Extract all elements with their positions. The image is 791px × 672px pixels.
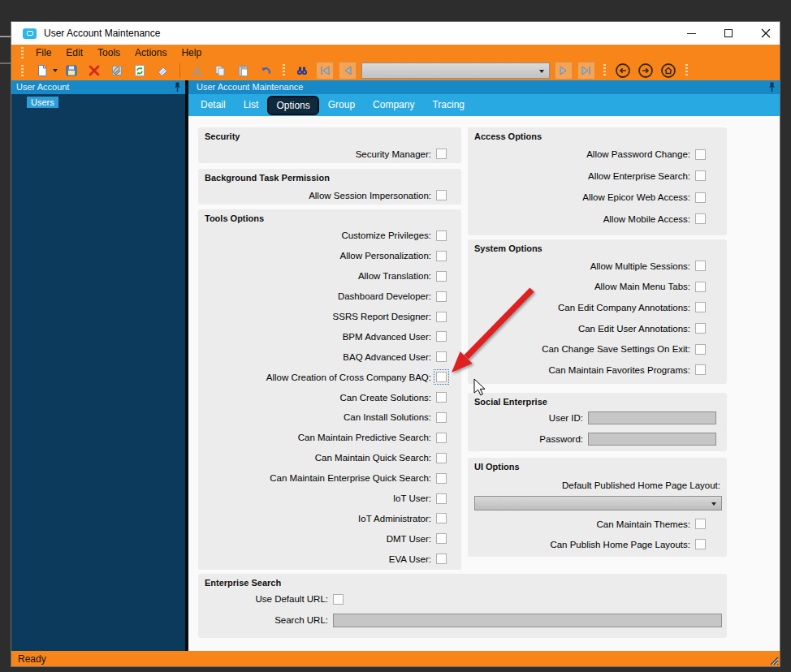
menu-item-edit[interactable]: Edit: [58, 45, 90, 61]
cut-button[interactable]: [188, 62, 206, 80]
can-maintain-themes-checkbox[interactable]: [695, 519, 706, 529]
section-system-options: System Options Allow Multiple Sessions:A…: [468, 239, 727, 384]
allow-mobile-access-checkbox[interactable]: [695, 213, 706, 224]
tab-tracing[interactable]: Tracing: [423, 94, 473, 116]
search-url-input[interactable]: [333, 614, 722, 627]
can-edit-user-annotations-checkbox[interactable]: [695, 323, 706, 334]
allow-mobile-access-label: Allow Mobile Access:: [603, 214, 690, 224]
paste-icon: [236, 64, 249, 77]
can-maintain-enterprise-quick-search-checkbox[interactable]: [436, 473, 447, 484]
tab-detail[interactable]: Detail: [192, 94, 235, 116]
default-published-home-page-layout-dropdown[interactable]: [474, 496, 722, 510]
security-manager-checkbox[interactable]: [436, 149, 447, 159]
can-change-save-settings-on-exit-checkbox[interactable]: [695, 344, 706, 355]
combobox-dropdown-icon: [539, 70, 544, 73]
section-title: Enterprise Search: [198, 574, 727, 588]
undo-button[interactable]: [257, 62, 274, 80]
allow-epicor-web-access-checkbox[interactable]: [695, 192, 706, 203]
tab-group[interactable]: Group: [319, 94, 364, 116]
ssrs-report-designer-checkbox[interactable]: [436, 312, 447, 322]
can-maintain-enterprise-quick-search-label: Can Maintain Enterprise Quick Search:: [270, 473, 431, 483]
clear-button[interactable]: [153, 62, 171, 80]
tab-strip: DetailListOptionsGroupCompanyTracing: [188, 94, 780, 116]
customize-privileges-checkbox[interactable]: [436, 230, 447, 241]
paste-button[interactable]: [234, 62, 252, 80]
main-panel-header: User Account Maintenance: [188, 80, 780, 94]
new-dropdown-icon[interactable]: [53, 69, 58, 72]
copy-button[interactable]: [211, 62, 229, 80]
bpm-advanced-user-checkbox[interactable]: [436, 331, 447, 342]
tab-company[interactable]: Company: [364, 94, 423, 116]
menu-item-tools[interactable]: Tools: [90, 45, 128, 61]
can-maintain-quick-search-checkbox[interactable]: [436, 453, 447, 463]
toolbar-gripper[interactable]: [283, 64, 285, 77]
menu-bar: FileEditToolsActionsHelp: [11, 45, 780, 61]
last-record-button[interactable]: [577, 62, 595, 80]
allow-creation-of-cross-company-baq-checkbox[interactable]: [436, 372, 447, 382]
minimize-button[interactable]: [684, 25, 698, 41]
tree-panel: Users: [11, 94, 185, 651]
allow-enterprise-search-checkbox[interactable]: [695, 170, 706, 181]
pin-icon[interactable]: [768, 82, 776, 93]
search-button[interactable]: [293, 62, 311, 80]
field-row: IoT User:: [198, 489, 461, 509]
pin-icon[interactable]: [174, 82, 181, 93]
tree-item-users[interactable]: Users: [27, 97, 58, 108]
iot-administrator-checkbox[interactable]: [436, 513, 447, 523]
allow-session-impersonation-checkbox[interactable]: [436, 190, 447, 200]
field-row: SSRS Report Designer:: [198, 307, 461, 327]
attachments-button[interactable]: [108, 62, 126, 80]
maximize-button[interactable]: [721, 25, 736, 41]
menu-item-help[interactable]: Help: [174, 45, 209, 61]
field-row: Can Publish Home Page Layouts:: [468, 534, 727, 554]
toolbar-gripper[interactable]: [603, 64, 606, 77]
password-input[interactable]: [588, 433, 716, 446]
dashboard-developer-label: Dashboard Developer:: [338, 291, 431, 301]
can-publish-home-page-layouts-checkbox[interactable]: [695, 539, 706, 549]
allow-main-menu-tabs-checkbox[interactable]: [695, 282, 706, 292]
options-tab-content: Security Security Manager: Background Ta…: [188, 116, 780, 651]
menu-item-actions[interactable]: Actions: [128, 45, 174, 61]
allow-personalization-checkbox[interactable]: [436, 251, 447, 261]
field-row: Can Maintain Enterprise Quick Search:: [198, 468, 461, 489]
allow-multiple-sessions-checkbox[interactable]: [695, 261, 706, 271]
toolbar-gripper[interactable]: [21, 65, 24, 76]
can-edit-company-annotations-checkbox[interactable]: [695, 302, 706, 312]
menu-gripper[interactable]: [21, 47, 24, 58]
can-maintain-predictive-search-checkbox[interactable]: [436, 433, 447, 443]
can-create-solutions-checkbox[interactable]: [436, 392, 447, 403]
resize-grip[interactable]: [767, 654, 779, 666]
field-row: Use Default URL:: [198, 588, 727, 610]
allow-password-change-checkbox[interactable]: [695, 149, 706, 160]
tab-list[interactable]: List: [235, 94, 268, 116]
back-button[interactable]: [614, 62, 632, 80]
home-button[interactable]: [659, 62, 677, 80]
delete-button[interactable]: [85, 62, 103, 80]
forward-button[interactable]: [637, 62, 655, 80]
allow-translation-checkbox[interactable]: [436, 271, 447, 282]
menu-item-file[interactable]: File: [28, 45, 58, 61]
eva-user-checkbox[interactable]: [436, 554, 447, 564]
new-button[interactable]: [33, 62, 51, 80]
previous-record-button[interactable]: [339, 62, 357, 80]
save-button[interactable]: [63, 62, 80, 80]
search-binoculars-icon: [296, 64, 309, 77]
record-navigator-combobox[interactable]: [361, 62, 550, 79]
dashboard-developer-checkbox[interactable]: [436, 291, 447, 302]
close-button[interactable]: [759, 25, 773, 41]
can-maintain-favorites-programs-checkbox[interactable]: [695, 364, 706, 375]
use-default-url-checkbox[interactable]: [333, 594, 344, 605]
baq-advanced-user-checkbox[interactable]: [436, 351, 447, 362]
can-install-solutions-checkbox[interactable]: [436, 412, 447, 423]
user-id-input[interactable]: [588, 411, 716, 424]
iot-user-checkbox[interactable]: [436, 493, 447, 504]
app-icon: [23, 28, 37, 39]
undo-icon: [259, 64, 272, 77]
first-record-button[interactable]: [316, 62, 334, 80]
dmt-user-checkbox[interactable]: [436, 533, 447, 544]
background-window-edge: [0, 36, 11, 37]
refresh-button[interactable]: [131, 62, 149, 80]
tab-options[interactable]: Options: [267, 96, 318, 115]
toolbar-gripper[interactable]: [685, 64, 688, 77]
next-record-button[interactable]: [555, 62, 573, 80]
